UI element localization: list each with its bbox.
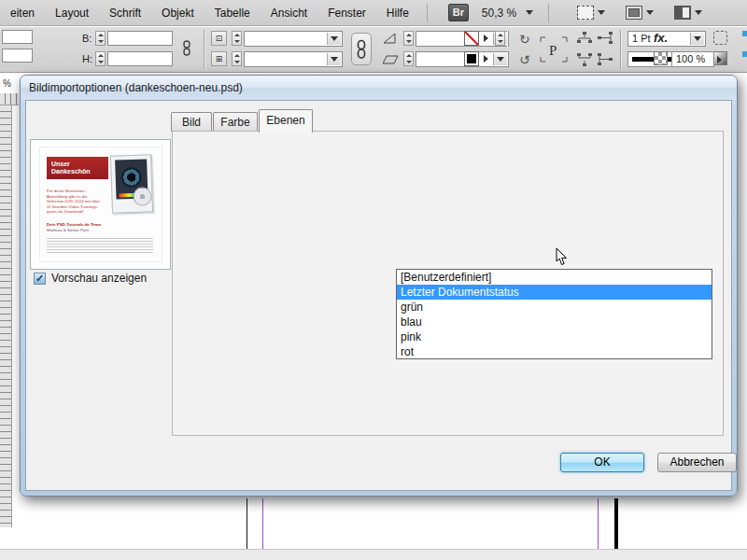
- menu-item-bearbeiten[interactable]: eiten: [0, 0, 45, 26]
- stroke-color-none-swatch[interactable]: [464, 31, 479, 46]
- chevron-down-icon: [646, 10, 654, 15]
- rotate-cw-icon[interactable]: ↻: [519, 33, 530, 46]
- reference-field-2[interactable]: [2, 49, 33, 63]
- view-options-icon: [577, 6, 594, 20]
- margin-guide-purple[interactable]: [262, 498, 263, 549]
- flyer-team-line: Dein PSD-Tutorials.de Team: [47, 222, 105, 227]
- flow-up-icon[interactable]: [577, 32, 592, 45]
- dialog-title: Bildimportoptionen (dankeschoen-neu.psd): [29, 81, 243, 94]
- stroke-weight-value: 1 Pt: [632, 33, 651, 44]
- tab-bild[interactable]: Bild: [171, 112, 212, 132]
- rotate-angle-icon: [383, 55, 399, 65]
- layer-comp-dropdown-list: [Benutzerdefiniert] Letzter Dokumentstat…: [396, 269, 712, 359]
- window-arrangement-button[interactable]: [674, 6, 702, 20]
- toolbar-separator: [204, 30, 204, 69]
- scale-y-combo[interactable]: [244, 51, 343, 67]
- width-label: B:: [82, 33, 92, 44]
- chain-link-icon: [356, 39, 367, 60]
- mouse-cursor: [556, 248, 568, 266]
- layer-comp-option-0[interactable]: [Benutzerdefiniert]: [397, 270, 712, 285]
- flow-down-icon[interactable]: [577, 53, 592, 66]
- scale-y-stepper[interactable]: [232, 51, 242, 66]
- opacity-field[interactable]: 100 %: [671, 51, 714, 67]
- stroke-flyout-icon[interactable]: [484, 35, 488, 42]
- status-strip: [0, 549, 747, 560]
- menubar-separator: [548, 4, 549, 22]
- scale-y-icon: ⊞: [211, 51, 227, 66]
- zoom-level-control[interactable]: 50,3 %: [482, 7, 533, 20]
- page-edge-line: [614, 498, 618, 549]
- svg-text:P: P: [549, 43, 557, 58]
- stroke-weight-stepper[interactable]: [495, 31, 505, 46]
- fill-color-swatch[interactable]: [464, 51, 479, 66]
- chevron-down-icon: [526, 10, 533, 15]
- menu-item-layout[interactable]: Layout: [45, 0, 99, 26]
- shear-stepper[interactable]: [403, 31, 414, 46]
- rotate-ccw-icon[interactable]: ↺: [519, 53, 530, 66]
- document-tab-fragment: %: [3, 78, 11, 89]
- dialog-title-bar[interactable]: Bildimportoptionen (dankeschoen-neu.psd): [21, 76, 737, 100]
- layer-comp-option-3[interactable]: blau: [397, 315, 712, 329]
- layer-comp-option-4[interactable]: pink: [397, 329, 712, 344]
- toolbar-separator: [620, 30, 621, 69]
- menu-item-tabelle[interactable]: Tabelle: [204, 0, 261, 26]
- width-stepper[interactable]: [95, 31, 106, 46]
- menubar-separator: [427, 4, 428, 22]
- flyer-banner: Unser Dankeschön: [47, 157, 108, 179]
- preview-thumbnail: Unser Dankeschön Für deine Newsletter-An…: [40, 147, 162, 261]
- chevron-down-icon: [598, 10, 605, 15]
- horizontal-ruler: [0, 93, 19, 105]
- layer-comp-option-2[interactable]: grün: [397, 300, 712, 315]
- clipped-ui-fragment: [742, 31, 747, 36]
- preview-panel: Unser Dankeschön Für deine Newsletter-An…: [30, 139, 171, 270]
- chevron-down-icon: [695, 10, 702, 15]
- constrain-proportions-icon[interactable]: [179, 40, 194, 57]
- corner-options-icon[interactable]: [713, 31, 727, 45]
- fill-flyout-icon[interactable]: [484, 55, 488, 63]
- transparency-icon[interactable]: [654, 51, 668, 65]
- vertical-ruler: [0, 105, 12, 527]
- flow-left-icon[interactable]: [598, 32, 613, 45]
- opacity-flyout-icon: [717, 56, 722, 63]
- shear-icon: [383, 33, 397, 45]
- scale-x-stepper[interactable]: [232, 31, 242, 46]
- preview-checkbox[interactable]: [34, 273, 46, 285]
- rotate-combo[interactable]: [416, 51, 509, 67]
- screen-mode-button[interactable]: [626, 6, 654, 20]
- height-input[interactable]: [107, 51, 173, 66]
- link-scale-button[interactable]: [351, 33, 372, 65]
- reference-field-1[interactable]: [2, 30, 33, 44]
- menu-bar: eiten Layout Schrift Objekt Tabelle Ansi…: [0, 0, 747, 26]
- flyer-fine-print: [47, 238, 153, 254]
- view-options-button[interactable]: [577, 6, 605, 20]
- flow-right-icon[interactable]: [598, 53, 613, 66]
- menu-item-ansicht[interactable]: Ansicht: [261, 0, 317, 26]
- flyer-body-text: Für deine Newsletter-Anmeldung gibt es d…: [47, 189, 105, 215]
- tab-ebenen[interactable]: Ebenen: [259, 109, 313, 133]
- indesign-app-window: eiten Layout Schrift Objekt Tabelle Ansi…: [0, 0, 747, 560]
- opacity-value: 100 %: [676, 53, 705, 64]
- layer-comp-option-1[interactable]: Letzter Dokumentstatus: [397, 285, 712, 300]
- menu-item-fenster[interactable]: Fenster: [317, 0, 376, 26]
- preview-checkbox-label: Vorschau anzeigen: [51, 272, 147, 285]
- margin-guide-purple[interactable]: [598, 498, 599, 549]
- ok-button[interactable]: OK: [560, 453, 644, 472]
- rotate-stepper[interactable]: [403, 51, 414, 66]
- menu-item-hilfe[interactable]: Hilfe: [376, 0, 419, 26]
- bridge-button[interactable]: Br: [448, 4, 469, 21]
- clipped-ui-fragment: [742, 51, 747, 57]
- scale-x-combo[interactable]: [244, 31, 343, 47]
- menu-item-objekt[interactable]: Objekt: [151, 0, 204, 26]
- cancel-button[interactable]: Abbrechen: [657, 453, 737, 472]
- dvd-disc: [133, 187, 152, 206]
- height-stepper[interactable]: [95, 51, 106, 66]
- dvd-case-art: [110, 154, 153, 213]
- layer-comp-option-5[interactable]: rot: [397, 344, 712, 359]
- column-guide-black[interactable]: [247, 498, 247, 549]
- menu-item-schrift[interactable]: Schrift: [99, 0, 151, 26]
- scale-x-icon: ⊡: [211, 31, 227, 46]
- tab-farbe[interactable]: Farbe: [213, 112, 258, 132]
- paragraph-style-icon[interactable]: P: [540, 36, 568, 63]
- effects-button[interactable]: fx.: [654, 31, 668, 45]
- width-input[interactable]: [107, 31, 173, 46]
